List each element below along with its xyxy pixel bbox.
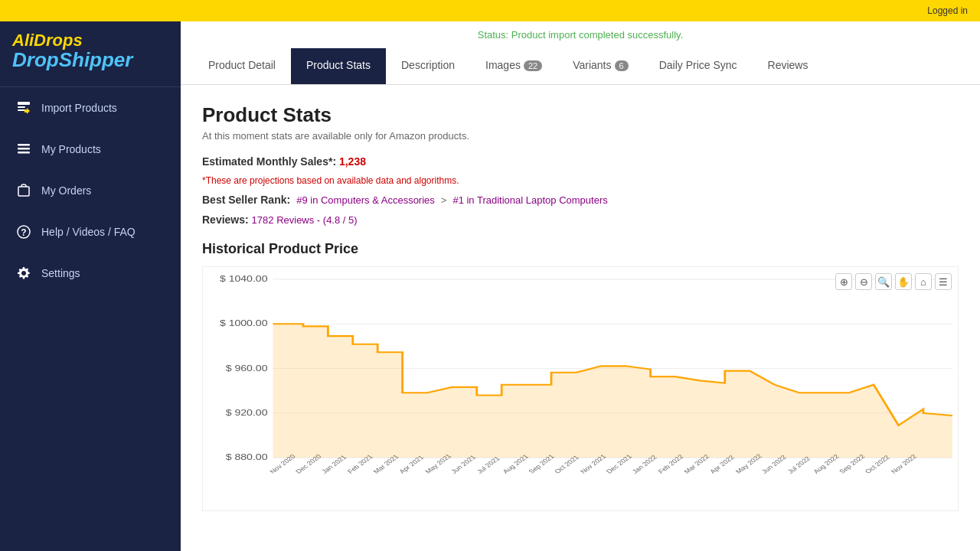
tab-product-stats[interactable]: Product Stats: [291, 48, 386, 84]
svg-rect-4: [18, 144, 30, 146]
sidebar-label-help: Help / Videos / FAQ: [41, 226, 136, 238]
sidebar-item-settings[interactable]: Settings: [0, 253, 181, 294]
svg-text:$ 960.00: $ 960.00: [226, 364, 268, 373]
svg-marker-3: [24, 108, 30, 114]
bestseller-arrow: >: [441, 194, 447, 206]
import-products-icon: [15, 99, 32, 116]
chart-search[interactable]: 🔍: [875, 273, 892, 290]
estimated-value-num: 1,238: [339, 155, 366, 168]
svg-text:$ 880.00: $ 880.00: [226, 453, 268, 462]
svg-rect-5: [18, 148, 30, 150]
bestseller-link-1[interactable]: #9 in Computers & Accessories: [296, 194, 435, 206]
sidebar-label-import: Import Products: [41, 102, 117, 114]
content-area: Product Stats At this moment stats are a…: [181, 85, 980, 551]
sidebar-label-settings: Settings: [41, 267, 80, 279]
page-subtitle: At this moment stats are available only …: [202, 130, 959, 142]
svg-rect-7: [18, 187, 29, 196]
my-products-icon: [15, 141, 32, 158]
main-content: Status: Product import completed success…: [181, 21, 980, 551]
sidebar-item-import-products[interactable]: Import Products: [0, 87, 181, 129]
svg-text:$ 1040.00: $ 1040.00: [220, 275, 268, 284]
chart-zoom-out[interactable]: ⊖: [855, 273, 872, 290]
tab-product-detail[interactable]: Product Detail: [193, 48, 291, 84]
variants-badge: 6: [615, 60, 629, 71]
svg-rect-1: [18, 106, 25, 108]
bestseller-row: Best Seller Rank: #9 in Computers & Acce…: [202, 194, 959, 206]
svg-rect-6: [18, 152, 30, 154]
svg-rect-0: [18, 102, 30, 105]
images-badge: 22: [524, 60, 542, 71]
chart-menu[interactable]: ☰: [935, 273, 952, 290]
svg-rect-2: [18, 109, 25, 111]
settings-icon: [15, 265, 32, 282]
tab-variants[interactable]: Variants6: [557, 48, 643, 84]
status-bar: Status: Product import completed success…: [181, 21, 980, 48]
help-icon: ?: [15, 223, 32, 240]
chart-container: ⊕ ⊖ 🔍 ✋ ⌂ ☰ $ 1040.00 $ 1000.00 $ 960.00…: [202, 266, 959, 511]
tabs-bar: Product Detail Product Stats Description…: [181, 48, 980, 85]
reviews-label: Reviews:: [202, 214, 249, 226]
svg-text:$ 1000.00: $ 1000.00: [220, 319, 268, 328]
sidebar-item-help[interactable]: ? Help / Videos / FAQ: [0, 211, 181, 253]
chart-zoom-in[interactable]: ⊕: [835, 273, 852, 290]
bestseller-label: Best Seller Rank:: [202, 194, 290, 206]
top-bar-user: Logged in: [927, 5, 968, 16]
tab-images[interactable]: Images22: [470, 48, 557, 84]
estimated-sales-row: Estimated Monthly Sales*: 1,238: [202, 155, 959, 168]
tab-reviews[interactable]: Reviews: [753, 48, 824, 84]
chart-title: Historical Product Price: [202, 241, 959, 257]
sidebar-item-my-orders[interactable]: My Orders: [0, 170, 181, 211]
sidebar-item-my-products[interactable]: My Products: [0, 129, 181, 170]
chart-pan[interactable]: ✋: [895, 273, 912, 290]
logo-area: AliDrops DropShipper: [0, 21, 181, 87]
svg-text:?: ?: [21, 227, 26, 238]
sidebar-label-my-orders: My Orders: [41, 184, 91, 197]
chart-toolbar: ⊕ ⊖ 🔍 ✋ ⌂ ☰: [835, 273, 952, 290]
logo-sub: DropShipper: [12, 49, 168, 71]
top-bar: Logged in: [0, 0, 980, 21]
bestseller-link-2[interactable]: #1 in Traditional Laptop Computers: [452, 194, 607, 206]
my-orders-icon: [15, 182, 32, 199]
page-title: Product Stats: [202, 103, 959, 127]
reviews-value-text: 1782 Reviews - (4.8 / 5): [252, 214, 358, 226]
logo-top: AliDrops: [12, 32, 168, 49]
svg-text:$ 920.00: $ 920.00: [226, 409, 268, 418]
tab-description[interactable]: Description: [386, 48, 470, 84]
price-chart: $ 1040.00 $ 1000.00 $ 960.00 $ 920.00 $ …: [203, 267, 958, 510]
reviews-row: Reviews: 1782 Reviews - (4.8 / 5): [202, 214, 959, 226]
status-text: Status: Product import completed success…: [478, 29, 684, 41]
estimated-note: *These are projections based on availabl…: [202, 175, 959, 186]
tab-daily-price[interactable]: Daily Price Sync: [644, 48, 753, 84]
sidebar: AliDrops DropShipper Import Products: [0, 21, 181, 551]
estimated-label: Estimated Monthly Sales*:: [202, 155, 336, 168]
chart-home[interactable]: ⌂: [915, 273, 932, 290]
sidebar-label-my-products: My Products: [41, 143, 101, 155]
